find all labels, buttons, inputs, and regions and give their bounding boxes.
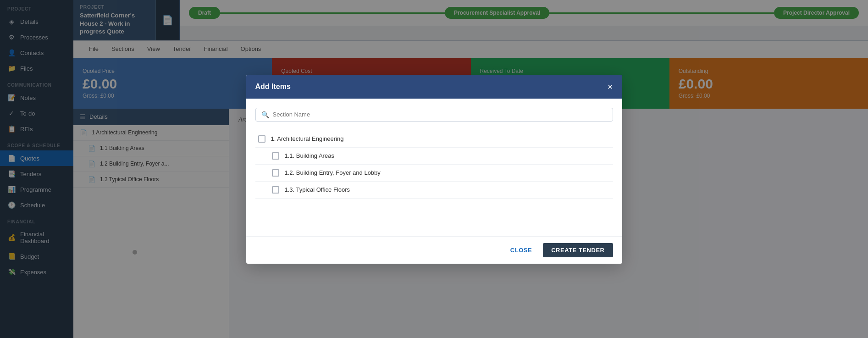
- modal-body: 🔍 1. Architectural Engineering 1.1. Buil…: [246, 99, 622, 236]
- modal-overlay[interactable]: Add Items × 🔍 1. Architectural Engineeri…: [0, 0, 868, 338]
- modal-header: Add Items ×: [246, 75, 622, 99]
- modal-item-building-areas: 1.1. Building Areas: [255, 148, 613, 165]
- modal-item-label-building-areas: 1.1. Building Areas: [285, 152, 334, 159]
- checkbox-typical-floors[interactable]: [272, 186, 279, 194]
- modal-title: Add Items: [255, 83, 291, 91]
- checkbox-arch-eng[interactable]: [258, 135, 265, 143]
- modal-item-label-arch-eng: 1. Architectural Engineering: [271, 135, 344, 142]
- add-items-modal: Add Items × 🔍 1. Architectural Engineeri…: [246, 75, 622, 264]
- modal-search-input[interactable]: [273, 111, 607, 118]
- modal-item-arch-eng: 1. Architectural Engineering: [255, 131, 613, 148]
- modal-item-label-building-entry: 1.2. Building Entry, Foyer and Lobby: [285, 169, 381, 176]
- checkbox-building-areas[interactable]: [272, 152, 279, 160]
- close-modal-button[interactable]: CLOSE: [505, 243, 537, 257]
- create-tender-button[interactable]: CREATE TENDER: [543, 243, 613, 257]
- modal-footer: CLOSE CREATE TENDER: [246, 236, 622, 264]
- search-icon: 🔍: [261, 111, 269, 118]
- checkbox-building-entry[interactable]: [272, 169, 279, 177]
- modal-item-building-entry: 1.2. Building Entry, Foyer and Lobby: [255, 165, 613, 182]
- modal-item-label-typical-floors: 1.3. Typical Office Floors: [285, 186, 350, 193]
- modal-item-typical-floors: 1.3. Typical Office Floors: [255, 182, 613, 199]
- modal-search-row: 🔍: [255, 108, 613, 122]
- modal-close-x-button[interactable]: ×: [608, 82, 613, 91]
